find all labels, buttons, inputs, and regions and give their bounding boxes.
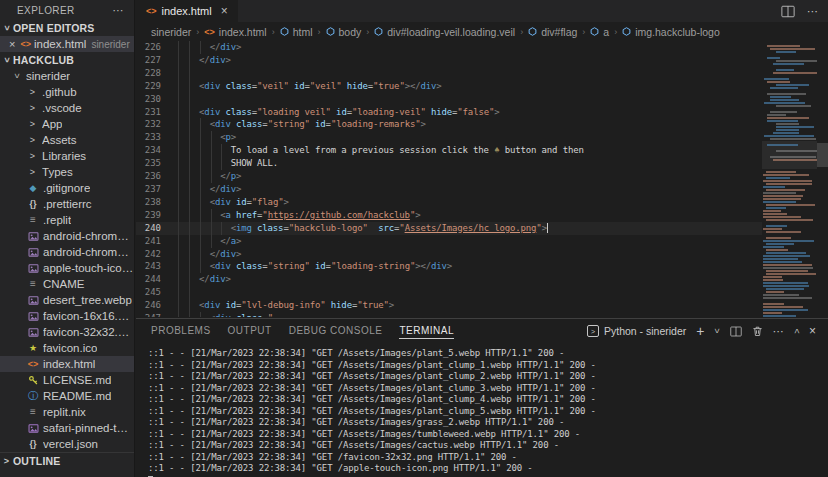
code-line[interactable]: 243 <div class="string" id="loading-stri… [136, 260, 762, 273]
sidebar-item-index-html[interactable]: <>index.html [0, 356, 134, 372]
explorer-more-actions-icon[interactable]: ⋯ [113, 4, 124, 17]
code-line[interactable]: 236 </p> [136, 170, 762, 183]
sidebar-item-libraries[interactable]: >Libraries [0, 148, 134, 164]
breadcrumb-item[interactable]: img.hackclub-logo [622, 26, 720, 38]
explorer-sidebar: EXPLORER ⋯ > OPEN EDITORS ×<>index.htmls… [0, 0, 135, 477]
sidebar-item-android-chrome-192-[interactable]: android-chrome-192… [0, 228, 134, 244]
outline-section-header[interactable]: > OUTLINE [0, 452, 134, 468]
sidebar-item--gitignore[interactable]: ◆.gitignore [0, 180, 134, 196]
sidebar-item-apple-touch-icon-png[interactable]: apple-touch-icon.png [0, 260, 134, 276]
breadcrumb-item[interactable]: sinerider [151, 26, 191, 38]
breadcrumb-label: body [339, 26, 362, 38]
code-line[interactable]: 235 SHOW ALL. [136, 157, 762, 170]
terminal-output[interactable]: ::1 - - [21/Mar/2023 22:38:34] "GET /Ass… [148, 348, 824, 477]
line-number: 228 [136, 67, 161, 80]
kill-terminal-icon[interactable] [752, 325, 763, 337]
code-text [178, 93, 199, 106]
sidebar-item-assets[interactable]: >Assets [0, 132, 134, 148]
code-text: <div class="string" id="loading-remarks"… [178, 118, 426, 131]
code-line[interactable]: 229 <div class="veil" id="veil" hide="tr… [136, 80, 762, 93]
sidebar-item-safari-pinned-tab-svg[interactable]: safari-pinned-tab.svg [0, 420, 134, 436]
breadcrumb-label: img.hackclub-logo [635, 26, 720, 38]
code-line[interactable]: 226 </div> [136, 41, 762, 54]
sidebar-item-favicon-ico[interactable]: ★favicon.ico [0, 340, 134, 356]
code-line[interactable]: 244 </div> [136, 273, 762, 286]
minimap-line [776, 123, 799, 125]
panel-tab-output[interactable]: OUTPUT [228, 319, 272, 343]
code-line[interactable]: 228 [136, 67, 762, 80]
sidebar-item-license-md[interactable]: LICENSE.md [0, 372, 134, 388]
sidebar-item-sinerider[interactable]: >sinerider [0, 68, 134, 84]
sidebar-item-types[interactable]: >Types [0, 164, 134, 180]
code-text: <div class="veil" id="veil" hide="true">… [178, 80, 442, 93]
terminal-dropdown-icon[interactable]: > [712, 328, 722, 333]
code-line[interactable]: 231 <div class="loading veil" id="loadin… [136, 106, 762, 119]
open-editors-section-header[interactable]: > OPEN EDITORS [0, 20, 134, 36]
breadcrumb-item[interactable]: div#flag [528, 26, 577, 38]
terminal-session-select[interactable]: > Python - sinerider [587, 325, 686, 337]
tree-item-label: .replit [43, 214, 71, 226]
code-line[interactable]: 230 [136, 93, 762, 106]
sidebar-item-favicon-16x16-png[interactable]: favicon-16x16.png [0, 308, 134, 324]
sidebar-item--vscode[interactable]: >.vscode [0, 100, 134, 116]
code-line[interactable]: 227 </div> [136, 54, 762, 67]
close-editor-icon[interactable]: × [9, 38, 15, 50]
tab-index-html[interactable]: <> index.html × [136, 0, 238, 22]
sidebar-item-app[interactable]: >App [0, 116, 134, 132]
breadcrumb-item[interactable]: a [590, 26, 609, 38]
code-line[interactable]: 232 <div class="string" id="loading-rema… [136, 118, 762, 131]
minimap[interactable] [762, 41, 817, 318]
editor-scrollbar[interactable] [817, 143, 828, 167]
split-editor-icon[interactable] [781, 5, 795, 18]
code-line[interactable]: 241 </a> [136, 235, 762, 248]
code-line[interactable]: 237 </div> [136, 183, 762, 196]
panel-tab-terminal[interactable]: TERMINAL [399, 319, 454, 343]
minimap-line [770, 99, 799, 101]
editor-more-actions-icon[interactable]: ⋯ [807, 5, 818, 18]
sidebar-item-cname[interactable]: ≡CNAME [0, 276, 134, 292]
sidebar-item--github[interactable]: >.github [0, 84, 134, 100]
line-number: 227 [136, 54, 161, 67]
sidebar-item-android-chrome-512-[interactable]: android-chrome-512… [0, 244, 134, 260]
breadcrumb-item[interactable]: div#loading-veil.loading.veil [374, 26, 515, 38]
sidebar-item-replit-nix[interactable]: ≡replit.nix [0, 404, 134, 420]
maximize-panel-icon[interactable]: > [791, 328, 801, 333]
tab-close-icon[interactable]: × [221, 4, 228, 18]
sidebar-item-favicon-32x32-png[interactable]: favicon-32x32.png [0, 324, 134, 340]
code-line[interactable]: 239 <a href="https://github.com/hackclub… [136, 209, 762, 222]
panel-more-actions-icon[interactable]: ⋯ [773, 326, 784, 337]
code-line[interactable]: 240 <img class="hackclub-logo" src="Asse… [136, 222, 762, 235]
code-line[interactable]: 245 [136, 286, 762, 299]
sidebar-item--prettierrc[interactable]: {}.prettierrc [0, 196, 134, 212]
minimap-line [773, 132, 799, 134]
workspace-section-header[interactable]: > HACKCLUB [0, 52, 134, 68]
code-line[interactable]: 238 <div id="flag"> [136, 196, 762, 209]
code-editor[interactable]: 226 </div>227 </div>228 229 <div class="… [136, 41, 762, 318]
sidebar-item--replit[interactable]: ≡.replit [0, 212, 134, 228]
breadcrumb-item[interactable]: html [280, 26, 313, 38]
line-number: 242 [136, 248, 161, 261]
breadcrumb-item[interactable]: <>index.html [204, 26, 266, 38]
sidebar-item-vercel-json[interactable]: {}vercel.json [0, 436, 134, 452]
split-terminal-icon[interactable] [730, 326, 742, 337]
minimap-line [767, 45, 800, 47]
minimap-line [776, 69, 794, 71]
tree-item-label: android-chrome-512… [43, 246, 134, 258]
new-terminal-icon[interactable]: + [696, 324, 704, 338]
minimap-line [764, 78, 789, 80]
panel-tab-debug-console[interactable]: DEBUG CONSOLE [289, 319, 383, 343]
sidebar-item-desert-tree-webp[interactable]: desert_tree.webp [0, 292, 134, 308]
code-line[interactable]: 234 To load a level from a previous sess… [136, 144, 762, 157]
code-line[interactable]: 247 <div class="... [136, 312, 762, 317]
breadcrumb-item[interactable]: body [326, 26, 362, 38]
tree-item-label: favicon.ico [43, 342, 97, 354]
close-panel-icon[interactable]: × [809, 325, 816, 337]
panel-tab-problems[interactable]: PROBLEMS [151, 319, 211, 343]
code-line[interactable]: 242 </div> [136, 248, 762, 261]
sidebar-item-readme-md[interactable]: ⓘREADME.md [0, 388, 134, 404]
code-line[interactable]: 246 <div id="lvl-debug-info" hide="true"… [136, 299, 762, 312]
terminal-line: ::1 - - [21/Mar/2023 22:38:34] "GET /Ass… [148, 371, 824, 383]
code-line[interactable]: 233 <p> [136, 131, 762, 144]
tree-item-label: desert_tree.webp [43, 294, 132, 306]
open-editor-item[interactable]: ×<>index.htmlsinerider [0, 36, 134, 52]
